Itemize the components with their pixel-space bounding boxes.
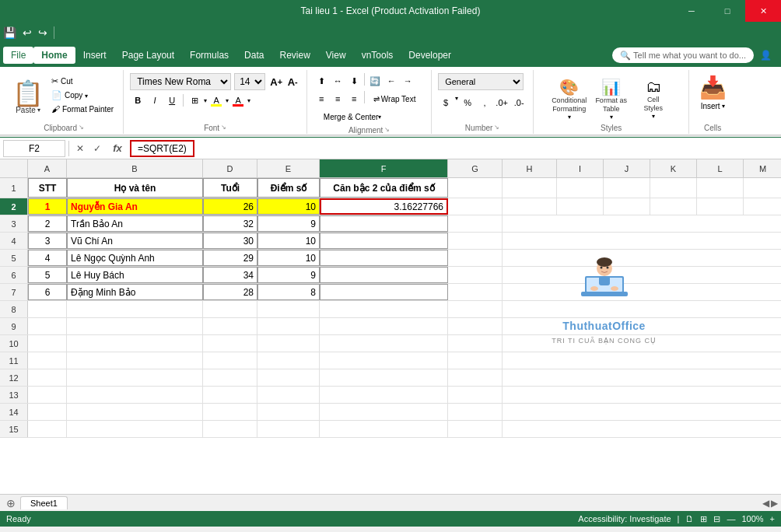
col-header-d[interactable]: D bbox=[203, 159, 257, 177]
row-num-11[interactable]: 11 bbox=[0, 352, 28, 369]
italic-button[interactable]: I bbox=[147, 93, 163, 108]
row-num-10[interactable]: 10 bbox=[0, 335, 28, 352]
alignment-expand[interactable]: ↘ bbox=[384, 126, 390, 133]
maximize-btn[interactable]: □ bbox=[709, 0, 745, 22]
cell-a1[interactable]: STT bbox=[28, 178, 67, 198]
cell-a4[interactable]: 3 bbox=[28, 233, 67, 249]
cell-j1[interactable] bbox=[604, 178, 650, 198]
cell-h2[interactable] bbox=[503, 198, 557, 215]
cell-b6[interactable]: Lê Huy Bách bbox=[67, 267, 203, 283]
align-left-btn[interactable]: ≡ bbox=[313, 91, 329, 107]
cell-styles-btn[interactable]: 🗂 CellStyles ▾ bbox=[634, 75, 673, 120]
confirm-formula-btn[interactable]: ✓ bbox=[89, 141, 105, 156]
cell-f2[interactable]: 3.16227766 bbox=[320, 198, 448, 215]
cell-g5[interactable] bbox=[448, 250, 503, 266]
menu-developer[interactable]: Developer bbox=[401, 47, 459, 64]
font-size-select[interactable]: 14 bbox=[234, 73, 265, 90]
format-table-btn[interactable]: 📊 Format asTable ▾ bbox=[592, 75, 631, 120]
cell-h1[interactable] bbox=[503, 178, 557, 198]
col-header-l[interactable]: L bbox=[697, 159, 744, 177]
text-direction-btn[interactable]: 🔄 bbox=[367, 73, 383, 89]
row-num-7[interactable]: 7 bbox=[0, 284, 28, 300]
cut-button[interactable]: ✂Cut bbox=[48, 75, 117, 88]
row-num-9[interactable]: 9 bbox=[0, 318, 28, 334]
cell-f3[interactable] bbox=[320, 215, 448, 232]
col-header-j[interactable]: J bbox=[604, 159, 650, 177]
cell-i1[interactable] bbox=[557, 178, 604, 198]
cell-d3[interactable]: 32 bbox=[203, 215, 257, 232]
cell-a2[interactable]: 1 bbox=[28, 198, 67, 215]
cell-d1[interactable]: Tuổi bbox=[203, 178, 257, 198]
cell-b4[interactable]: Vũ Chí An bbox=[67, 233, 203, 249]
cell-d4[interactable]: 30 bbox=[203, 233, 257, 249]
row-num-2[interactable]: 2 bbox=[0, 198, 28, 215]
menu-file[interactable]: File bbox=[3, 47, 33, 64]
col-header-m[interactable]: M bbox=[744, 159, 781, 177]
cancel-formula-btn[interactable]: ✕ bbox=[72, 141, 88, 156]
cell-l2[interactable] bbox=[697, 198, 744, 215]
font-color-button[interactable]: A bbox=[230, 93, 246, 108]
formula-value[interactable]: =SQRT(E2) bbox=[130, 140, 194, 157]
cell-m1[interactable] bbox=[744, 178, 781, 198]
cell-g4[interactable] bbox=[448, 233, 503, 249]
cell-k2[interactable] bbox=[650, 198, 697, 215]
format-painter-button[interactable]: 🖌Format Painter bbox=[48, 103, 117, 115]
row-num-5[interactable]: 5 bbox=[0, 250, 28, 266]
menu-home[interactable]: Home bbox=[33, 47, 75, 64]
number-format-select[interactable]: General bbox=[438, 73, 524, 90]
row-num-3[interactable]: 3 bbox=[0, 215, 28, 232]
view-layout-btn[interactable]: ⊞ bbox=[700, 514, 707, 524]
cell-b7[interactable]: Đặng Minh Bảo bbox=[67, 284, 203, 300]
fill-color-button[interactable]: A bbox=[208, 93, 224, 108]
align-middle-btn[interactable]: ↔ bbox=[330, 73, 345, 89]
menu-data[interactable]: Data bbox=[236, 47, 271, 64]
conditional-formatting-btn[interactable]: 🎨 ConditionalFormatting ▾ bbox=[550, 75, 589, 120]
undo-quick-btn[interactable]: ↩ bbox=[23, 26, 32, 39]
clipboard-expand[interactable]: ↘ bbox=[79, 124, 84, 131]
cell-e1[interactable]: Điểm số bbox=[257, 178, 320, 198]
cell-f7[interactable] bbox=[320, 284, 448, 300]
col-header-a[interactable]: A bbox=[28, 159, 67, 177]
cell-d5[interactable]: 29 bbox=[203, 250, 257, 266]
cell-b1[interactable]: Họ và tên bbox=[67, 178, 203, 198]
row-num-14[interactable]: 14 bbox=[0, 404, 28, 420]
cell-a7[interactable]: 6 bbox=[28, 284, 67, 300]
view-page-btn[interactable]: ⊟ bbox=[713, 514, 720, 524]
menu-insert[interactable]: Insert bbox=[75, 47, 114, 64]
cell-b5[interactable]: Lê Ngọc Quỳnh Anh bbox=[67, 250, 203, 266]
row-num-6[interactable]: 6 bbox=[0, 267, 28, 283]
account-btn[interactable]: 👤 bbox=[754, 48, 778, 62]
comma-btn[interactable]: , bbox=[477, 95, 492, 110]
cell-a5[interactable]: 4 bbox=[28, 250, 67, 266]
row-num-13[interactable]: 13 bbox=[0, 387, 28, 403]
cell-l1[interactable] bbox=[697, 178, 744, 198]
font-name-select[interactable]: Times New Roma bbox=[130, 73, 231, 90]
cell-e4[interactable]: 10 bbox=[257, 233, 320, 249]
scroll-left-btn[interactable]: ◀ bbox=[762, 498, 769, 509]
cell-j2[interactable] bbox=[604, 198, 650, 215]
close-btn[interactable]: ✕ bbox=[745, 0, 781, 22]
cell-g7[interactable] bbox=[448, 284, 503, 300]
cell-e7[interactable]: 8 bbox=[257, 284, 320, 300]
save-quick-btn[interactable]: 💾 bbox=[3, 26, 16, 39]
cell-g3[interactable] bbox=[448, 215, 503, 232]
currency-btn[interactable]: $ bbox=[438, 95, 454, 110]
row-num-1[interactable]: 1 bbox=[0, 178, 28, 198]
align-center-btn[interactable]: ≡ bbox=[330, 91, 345, 107]
minimize-btn[interactable]: ─ bbox=[674, 0, 709, 22]
menu-formulas[interactable]: Formulas bbox=[182, 47, 236, 64]
cell-d7[interactable]: 28 bbox=[203, 284, 257, 300]
cell-a6[interactable]: 5 bbox=[28, 267, 67, 283]
scroll-right-btn[interactable]: ▶ bbox=[771, 498, 778, 509]
font-expand[interactable]: ↘ bbox=[221, 124, 226, 131]
align-top-btn[interactable]: ⬆ bbox=[313, 73, 329, 89]
cell-e2[interactable]: 10 bbox=[257, 198, 320, 215]
sheet-tab-1[interactable]: Sheet1 bbox=[20, 496, 68, 509]
row-num-12[interactable]: 12 bbox=[0, 369, 28, 386]
col-header-f[interactable]: F bbox=[320, 159, 448, 177]
row-num-15[interactable]: 15 bbox=[0, 421, 28, 437]
wrap-text-btn[interactable]: ⇌ Wrap Text bbox=[367, 91, 422, 107]
menu-page-layout[interactable]: Page Layout bbox=[114, 47, 182, 64]
new-sheet-btn[interactable]: ⊕ bbox=[3, 497, 19, 509]
align-bottom-btn[interactable]: ⬇ bbox=[346, 73, 362, 89]
